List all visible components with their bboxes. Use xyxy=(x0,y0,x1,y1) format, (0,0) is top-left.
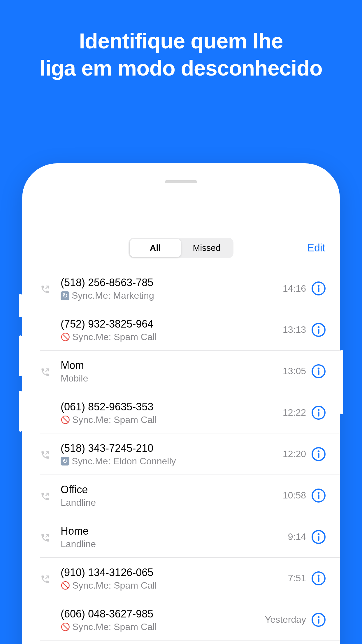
call-time: 10:58 xyxy=(283,490,306,501)
call-subtitle: ↻Sync.Me: Eldon Connelly xyxy=(61,456,283,467)
info-icon xyxy=(311,323,326,337)
outgoing-call-icon xyxy=(40,450,50,460)
call-row[interactable]: OfficeLandline10:58 xyxy=(40,475,340,516)
call-subtitle: Landline xyxy=(61,539,288,550)
call-title: Home xyxy=(61,524,288,538)
call-main: (910) 134-3126-065🚫Sync.Me: Spam Call xyxy=(61,566,288,591)
promo-headline: Identifique quem lhe liga em modo descon… xyxy=(0,0,362,82)
edit-button[interactable]: Edit xyxy=(307,242,325,254)
call-direction-slot xyxy=(40,490,61,501)
call-direction-slot xyxy=(40,531,61,543)
info-icon xyxy=(311,571,326,586)
call-info-button[interactable] xyxy=(311,364,326,379)
tab-all[interactable]: All xyxy=(130,239,181,257)
call-direction-slot xyxy=(40,365,61,377)
outgoing-call-icon xyxy=(40,574,50,584)
call-subtitle-text: Sync.Me: Spam Call xyxy=(72,580,157,591)
call-subtitle: Landline xyxy=(61,497,283,508)
call-main: OfficeLandline xyxy=(61,483,283,508)
outgoing-call-icon xyxy=(40,533,50,543)
call-row[interactable]: (518) 256-8563-785↻Sync.Me: Marketing14:… xyxy=(40,268,340,309)
call-main: MomMobile xyxy=(61,359,283,384)
call-row[interactable]: (061) 852-9635-353🚫Sync.Me: Spam Call12:… xyxy=(40,392,340,433)
call-direction-slot xyxy=(40,573,61,584)
call-subtitle-text: Sync.Me: Eldon Connelly xyxy=(72,456,176,467)
call-info-button[interactable] xyxy=(311,530,326,544)
call-main: (518) 343-7245-210↻Sync.Me: Eldon Connel… xyxy=(61,442,283,467)
call-time: 12:20 xyxy=(283,449,306,459)
info-icon xyxy=(311,612,326,627)
outgoing-call-icon xyxy=(40,284,50,294)
headline-line-1: Identifique quem lhe xyxy=(0,28,362,55)
call-info-button[interactable] xyxy=(311,323,326,337)
call-subtitle: ↻Sync.Me: Marketing xyxy=(61,290,283,301)
call-subtitle-text: Landline xyxy=(61,497,96,508)
info-icon xyxy=(311,364,326,379)
call-time: 12:22 xyxy=(283,407,306,418)
call-subtitle: 🚫Sync.Me: Spam Call xyxy=(61,580,288,591)
call-direction-slot xyxy=(40,283,61,294)
call-subtitle-text: Sync.Me: Spam Call xyxy=(72,332,157,342)
call-main: (061) 852-9635-353🚫Sync.Me: Spam Call xyxy=(61,400,283,425)
info-icon xyxy=(311,281,326,296)
call-main: (518) 256-8563-785↻Sync.Me: Marketing xyxy=(61,276,283,301)
call-row[interactable]: (752) 932-3825-964🚫Sync.Me: Spam Call13:… xyxy=(40,309,340,351)
call-time: 14:16 xyxy=(283,283,306,294)
call-info-button[interactable] xyxy=(311,571,326,586)
info-icon xyxy=(311,488,326,503)
speaker-grille xyxy=(165,180,197,183)
call-list: (518) 256-8563-785↻Sync.Me: Marketing14:… xyxy=(22,268,340,644)
volume-down-button xyxy=(19,391,22,432)
call-info-button[interactable] xyxy=(311,488,326,503)
call-row[interactable]: (881) 677-6099-395🚫Sync.Me: Spam CallYes… xyxy=(40,640,340,644)
call-title: Office xyxy=(61,483,283,496)
outgoing-call-icon xyxy=(40,367,50,377)
tab-missed[interactable]: Missed xyxy=(181,239,232,257)
call-time: 9:14 xyxy=(288,531,306,542)
outgoing-call-icon xyxy=(40,491,50,501)
call-info-button[interactable] xyxy=(311,612,326,627)
call-main: (606) 048-3627-985🚫Sync.Me: Spam Call xyxy=(61,607,265,632)
call-direction-slot xyxy=(40,619,61,621)
recents-topbar: All Missed Edit xyxy=(22,233,340,262)
calls-filter-segmented[interactable]: All Missed xyxy=(129,238,233,258)
call-subtitle-text: Sync.Me: Spam Call xyxy=(72,414,157,425)
call-title: (752) 932-3825-964 xyxy=(61,317,283,330)
call-info-button[interactable] xyxy=(311,447,326,461)
call-direction-slot xyxy=(40,448,61,460)
call-row[interactable]: (606) 048-3627-985🚫Sync.Me: Spam CallYes… xyxy=(40,599,340,640)
call-title: (518) 343-7245-210 xyxy=(61,442,283,455)
call-direction-slot xyxy=(40,329,61,331)
call-time: 13:13 xyxy=(283,324,306,335)
call-title: Mom xyxy=(61,359,283,372)
mute-switch xyxy=(19,294,22,317)
call-direction-slot xyxy=(40,412,61,414)
phone-frame: All Missed Edit (518) 256-8563-785↻Sync.… xyxy=(22,163,340,644)
info-icon xyxy=(311,530,326,544)
info-icon xyxy=(311,447,326,461)
call-title: (910) 134-3126-065 xyxy=(61,566,288,579)
call-time: 7:51 xyxy=(288,573,306,584)
info-icon xyxy=(311,405,326,420)
call-main: (752) 932-3825-964🚫Sync.Me: Spam Call xyxy=(61,317,283,342)
no-entry-icon: 🚫 xyxy=(61,415,70,424)
call-time: Yesterday xyxy=(265,614,306,625)
call-row[interactable]: (910) 134-3126-065🚫Sync.Me: Spam Call7:5… xyxy=(40,558,340,599)
notch xyxy=(102,163,260,190)
call-title: (518) 256-8563-785 xyxy=(61,276,283,289)
call-row[interactable]: HomeLandline9:14 xyxy=(40,516,340,558)
no-entry-icon: 🚫 xyxy=(61,332,70,342)
call-info-button[interactable] xyxy=(311,405,326,420)
sync-icon: ↻ xyxy=(61,457,69,466)
call-title: (606) 048-3627-985 xyxy=(61,607,265,620)
no-entry-icon: 🚫 xyxy=(61,581,70,590)
call-subtitle: 🚫Sync.Me: Spam Call xyxy=(61,332,283,342)
call-row[interactable]: MomMobile13:05 xyxy=(40,351,340,392)
phone-screen: All Missed Edit (518) 256-8563-785↻Sync.… xyxy=(22,163,340,644)
call-info-button[interactable] xyxy=(311,281,326,296)
call-subtitle-text: Landline xyxy=(61,539,96,550)
call-subtitle-text: Sync.Me: Spam Call xyxy=(72,622,157,632)
sync-icon: ↻ xyxy=(61,291,69,300)
call-row[interactable]: (518) 343-7245-210↻Sync.Me: Eldon Connel… xyxy=(40,433,340,475)
power-button xyxy=(340,350,343,414)
